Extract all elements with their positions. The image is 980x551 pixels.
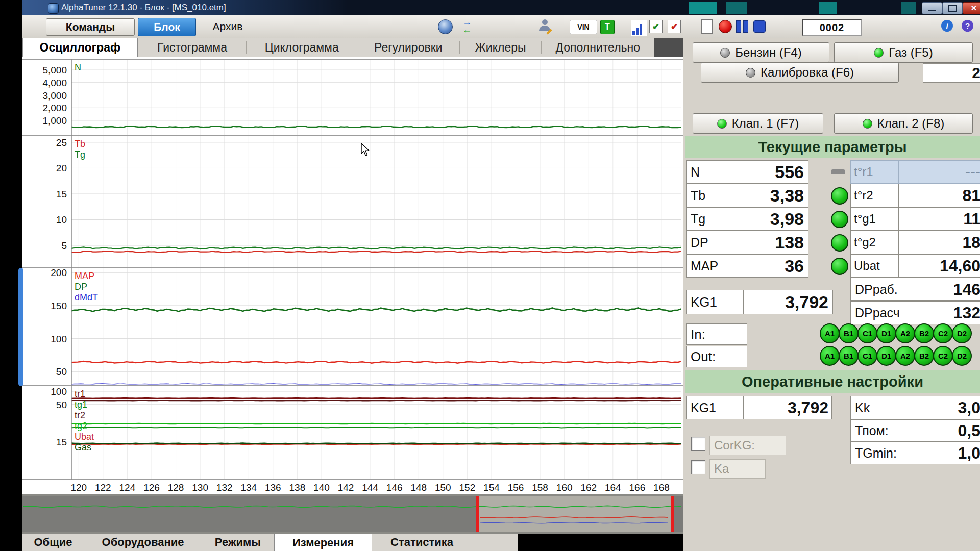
pause-icon[interactable] — [736, 20, 748, 33]
ka-label: Ka — [709, 459, 766, 479]
tpom-value-text: 0,5 — [958, 421, 980, 440]
dprab-value-text: 146 — [953, 280, 980, 299]
close-button[interactable]: ✕ — [963, 2, 980, 14]
param-value-text: 11 — [963, 210, 980, 229]
sync-icon[interactable]: → ← — [459, 18, 475, 35]
oscilloscope-svg: 5,0004,0003,0002,0001,000N252015105TbTg2… — [22, 57, 683, 494]
calibration-button[interactable]: Калибровка (F6) — [701, 62, 899, 83]
corkg-label: CorKG: — [709, 436, 786, 455]
record-icon[interactable] — [719, 20, 732, 33]
channel-label: B2 — [919, 352, 929, 360]
svg-text:144: 144 — [362, 482, 378, 493]
commands-button[interactable]: Команды — [46, 18, 135, 36]
help-icon[interactable]: ? — [962, 20, 973, 32]
bottom-tab-bar: Общие Оборудование Режимы Измерения Стат… — [22, 534, 683, 551]
user-edit-icon[interactable] — [538, 19, 551, 33]
chart-icon[interactable] — [631, 20, 647, 36]
tab-equipment[interactable]: Оборудование — [84, 534, 202, 551]
kg1-value-text: 3,792 — [785, 292, 828, 312]
minimize-icon — [928, 10, 936, 11]
benzin-indicator — [720, 48, 730, 58]
vin-button[interactable]: VIN — [570, 20, 597, 34]
tab-modes[interactable]: Режимы — [202, 534, 274, 551]
svg-text:100: 100 — [51, 386, 67, 397]
benzin-button[interactable]: Бензин (F4) — [693, 42, 829, 63]
title-bar[interactable]: AlphaTuner 12.1.30 - Блок - [MS_010.etm]… — [22, 0, 980, 15]
tab-oscillograph[interactable]: Осциллограф — [22, 38, 138, 57]
tgmin-label: TGmin: — [850, 442, 926, 464]
tab-label: Дополнительно — [555, 41, 640, 55]
minimize-button[interactable] — [922, 2, 942, 14]
tab-cyclogram[interactable]: Циклограмма — [247, 38, 357, 57]
tgmin-value[interactable]: 1,0 — [922, 442, 980, 464]
new-document-icon[interactable] — [701, 19, 713, 34]
valve1-button[interactable]: Клап. 1 (F7) — [693, 113, 823, 134]
svg-text:126: 126 — [143, 482, 160, 493]
in-label: In: — [686, 323, 747, 345]
operational-title: Оперативные настройки — [742, 373, 923, 390]
channel-label: D2 — [957, 329, 967, 338]
check-red-icon[interactable]: ✔ — [668, 20, 681, 33]
tab-measurements[interactable]: Измерения — [274, 534, 372, 551]
ka-checkbox[interactable] — [691, 460, 705, 474]
kk-value[interactable]: 3,0 — [922, 396, 980, 419]
kk-value-text: 3,0 — [958, 398, 980, 417]
svg-text:138: 138 — [289, 482, 306, 493]
nav-tab-arhiv[interactable]: Архив — [197, 18, 258, 35]
param-value-text: 3,38 — [770, 186, 804, 206]
channel-label: A2 — [900, 352, 910, 360]
svg-text:tr1: tr1 — [75, 389, 85, 399]
param-name: MAP — [691, 259, 718, 273]
info-glyph: i — [946, 21, 948, 30]
corkg-checkbox[interactable] — [691, 437, 705, 451]
tab-additional[interactable]: Дополнительно — [542, 38, 654, 57]
param-name: t°r1 — [854, 165, 873, 179]
helmet-icon[interactable] — [438, 19, 453, 34]
param-value-text: 18 — [962, 233, 980, 252]
channel-badge: D2 — [952, 346, 972, 366]
tr2-status-indicator — [831, 187, 848, 205]
in-channels: A1 B1 C1 D1 A2 B2 C2 D2 — [821, 323, 972, 343]
param-value-text: 81 — [962, 186, 980, 205]
svg-text:164: 164 — [605, 482, 621, 493]
panel-scroll-indicator[interactable] — [18, 268, 23, 386]
tr1-disabled-icon — [831, 169, 845, 174]
svg-text:DP: DP — [75, 282, 87, 292]
tab-label: Циклограмма — [265, 41, 339, 55]
user-head — [542, 19, 548, 25]
ka-text: Ka — [714, 462, 729, 476]
op-kg1-value[interactable]: 3,792 — [743, 396, 832, 419]
tab-jets[interactable]: Жиклеры — [460, 38, 542, 57]
oscilloscope-chart: 5,0004,0003,0002,0001,000N252015105TbTg2… — [22, 57, 683, 494]
titlebar-artifact — [901, 2, 916, 14]
valve1-indicator — [717, 119, 727, 129]
svg-text:10: 10 — [56, 214, 67, 225]
param-name: Tb — [691, 188, 705, 203]
valve2-button[interactable]: Клап. 2 (F8) — [834, 113, 973, 134]
t-button[interactable]: T — [600, 20, 615, 34]
svg-text:140: 140 — [313, 482, 330, 493]
vin-label: VIN — [577, 23, 589, 31]
dprab-value: 146 — [923, 278, 980, 301]
tpom-value[interactable]: 0,5 — [922, 419, 980, 442]
kg1-value: 3,792 — [743, 290, 833, 314]
info-icon[interactable]: i — [941, 20, 953, 32]
tab-general[interactable]: Общие — [22, 534, 84, 551]
gaz-button[interactable]: Газ (F5) — [834, 42, 973, 63]
maximize-button[interactable] — [942, 2, 963, 14]
mouse-cursor — [360, 143, 372, 159]
tab-adjustments[interactable]: Регулировки — [357, 38, 459, 57]
tab-statistics[interactable]: Статистика — [372, 534, 472, 551]
stop-icon[interactable] — [753, 20, 766, 33]
check-green-icon[interactable]: ✔ — [649, 20, 663, 33]
param-label: t°g2 — [850, 231, 901, 254]
nav-tab-blok-label: Блок — [154, 21, 180, 33]
param-value: 36 — [732, 254, 808, 278]
timeline-overview[interactable] — [22, 496, 683, 532]
channel-label: A1 — [825, 352, 835, 360]
nav-tab-blok[interactable]: Блок — [138, 18, 196, 36]
svg-text:168: 168 — [653, 482, 670, 493]
toolbar: Команды Блок Архив → ← VIN T ✔ ✔ 0002 i — [22, 15, 980, 38]
tpom-label: Тпом: — [850, 419, 926, 442]
tab-histogram[interactable]: Гистограмма — [138, 38, 247, 57]
